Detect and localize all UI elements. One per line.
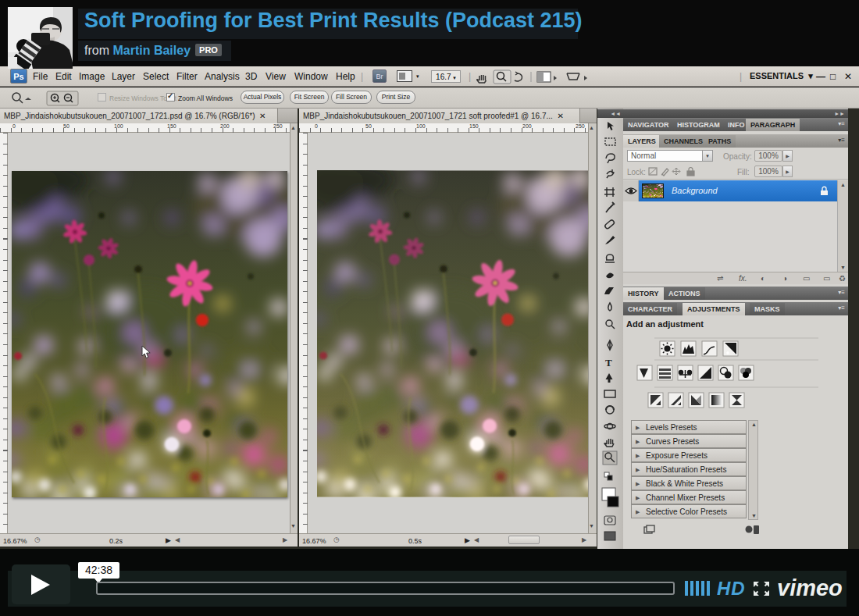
svg-text:T: T — [605, 357, 612, 369]
